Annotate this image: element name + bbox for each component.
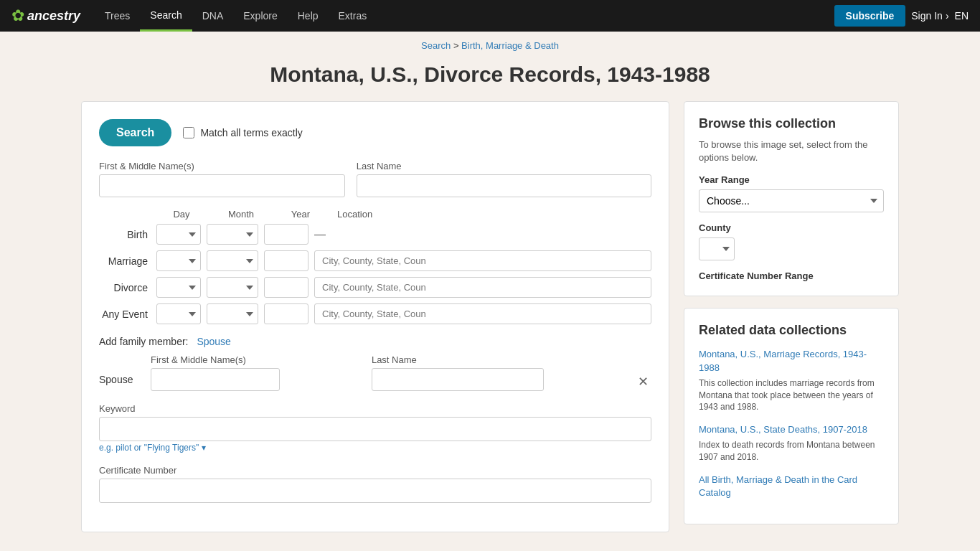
nav-search[interactable]: Search [140,0,192,32]
first-name-input[interactable] [99,174,345,197]
year-range-select[interactable]: Choose... [699,189,884,212]
birth-event-row: Birth — [99,224,651,245]
nav-explore[interactable]: Explore [233,0,287,32]
keyword-hint-link[interactable]: e.g. pilot or "Flying Tigers" ▾ [99,443,206,453]
any-event-location-input[interactable] [314,303,651,324]
subscribe-button[interactable]: Subscribe [834,5,906,27]
related-link-1[interactable]: Montana, U.S., State Deaths, 1907-2018 [699,423,884,436]
divorce-label: Divorce [99,282,156,293]
spouse-last-label: Last Name [372,354,626,365]
marriage-day-select[interactable] [156,250,201,271]
birth-year-input[interactable] [264,224,308,245]
any-event-row: Any Event [99,303,651,324]
nav-extras[interactable]: Extras [329,0,377,32]
divorce-day-select[interactable] [156,277,201,298]
browse-desc: To browse this image set, select from th… [699,138,884,164]
last-name-label: Last Name [357,161,651,171]
match-terms-label[interactable]: Match all terms exactly [183,127,302,138]
last-name-input[interactable] [357,174,651,197]
certificate-section: Certificate Number [99,464,651,503]
keyword-label: Keyword [99,403,136,414]
day-header: Day [156,209,207,220]
nav-right: Subscribe Sign In › EN [834,5,969,27]
last-name-group: Last Name [357,161,651,197]
breadcrumb: Search > Birth, Marriage & Death [0,32,980,55]
birth-label: Birth [99,229,156,240]
cert-input[interactable] [99,479,651,503]
events-grid: Day Month Year Location Birth — Marriage [99,209,651,324]
top-navigation: ✿ ancestry Trees Search DNA Explore Help… [0,0,980,32]
cert-label: Certificate Number [99,465,176,476]
spouse-last-input[interactable] [372,368,544,391]
marriage-label: Marriage [99,255,156,267]
nav-help[interactable]: Help [288,0,329,32]
marriage-month-select[interactable] [207,250,258,271]
page-title: Montana, U.S., Divorce Records, 1943-198… [0,62,980,87]
language-button[interactable]: EN [955,10,969,22]
right-panel: Browse this collection To browse this im… [684,101,899,532]
nav-trees[interactable]: Trees [95,0,140,32]
breadcrumb-search[interactable]: Search [421,40,451,51]
spouse-first-group: First & Middle Name(s) [151,354,363,391]
nav-items: Trees Search DNA Explore Help Extras [95,0,834,32]
search-header: Search Match all terms exactly [99,119,651,146]
search-panel: Search Match all terms exactly First & M… [81,101,669,532]
related-card: Related data collections Montana, U.S., … [684,308,899,524]
spouse-first-label: First & Middle Name(s) [151,354,363,365]
related-link-2[interactable]: All Birth, Marriage & Death in the Card … [699,474,884,499]
add-family-header: Add family member: Spouse [99,336,651,347]
location-header: Location [337,209,651,220]
browse-title: Browse this collection [699,116,884,131]
marriage-year-input[interactable] [264,250,308,271]
county-label: County [699,222,884,233]
brand-name: ancestry [27,9,80,24]
related-item-1: Montana, U.S., State Deaths, 1907-2018 I… [699,423,884,463]
spouse-row: Spouse First & Middle Name(s) Last Name … [99,354,651,391]
first-name-label: First & Middle Name(s) [99,161,345,171]
any-event-day-select[interactable] [156,303,201,324]
county-select[interactable] [699,237,735,260]
divorce-year-input[interactable] [264,277,308,298]
any-event-month-select[interactable] [207,303,258,324]
related-link-0[interactable]: Montana, U.S., Marriage Records, 1943-19… [699,348,884,374]
year-header: Year [275,209,326,220]
breadcrumb-birth-marriage-death[interactable]: Birth, Marriage & Death [461,40,559,51]
spouse-last-group: Last Name [372,354,626,391]
keyword-input[interactable] [99,417,651,441]
divorce-month-select[interactable] [207,277,258,298]
any-event-label: Any Event [99,309,156,320]
browse-card: Browse this collection To browse this im… [684,101,899,296]
sign-in-button[interactable]: Sign In › [911,10,948,22]
year-range-label: Year Range [699,174,884,185]
keyword-section: Keyword e.g. pilot or "Flying Tigers" ▾ [99,402,651,453]
any-event-year-input[interactable] [264,303,308,324]
birth-day-select[interactable] [156,224,201,245]
leaf-icon: ✿ [11,6,24,25]
name-fields-row: First & Middle Name(s) Last Name [99,161,651,197]
match-terms-checkbox[interactable] [183,127,194,138]
related-desc-0: This collection includes marriage record… [699,377,884,413]
event-column-headers: Day Month Year Location [99,209,651,220]
related-title: Related data collections [699,323,884,338]
divorce-location-input[interactable] [314,277,651,298]
main-layout: Search Match all terms exactly First & M… [67,101,913,551]
marriage-event-row: Marriage [99,250,651,271]
nav-dna[interactable]: DNA [192,0,234,32]
cert-range-label: Certificate Number Range [699,270,884,281]
spouse-link[interactable]: Spouse [197,336,230,347]
add-family-section: Add family member: Spouse Spouse First &… [99,336,651,391]
birth-month-select[interactable] [207,224,258,245]
first-name-group: First & Middle Name(s) [99,161,345,197]
month-header: Month [212,209,270,220]
divorce-event-row: Divorce [99,277,651,298]
spouse-first-input[interactable] [151,368,280,391]
related-desc-1: Index to death records from Montana betw… [699,439,884,463]
related-item-0: Montana, U.S., Marriage Records, 1943-19… [699,348,884,413]
spouse-label: Spouse [99,374,142,391]
marriage-location-input[interactable] [314,250,651,271]
remove-spouse-button[interactable]: ✕ [635,374,651,390]
related-item-2: All Birth, Marriage & Death in the Card … [699,474,884,499]
county-select-wrapper [699,237,884,260]
search-button[interactable]: Search [99,119,171,146]
logo[interactable]: ✿ ancestry [11,6,80,25]
